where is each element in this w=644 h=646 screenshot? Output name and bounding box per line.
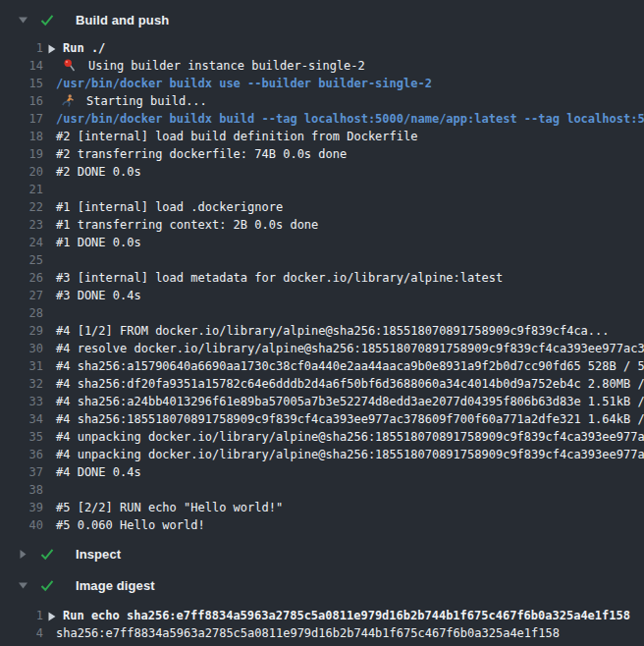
success-check-icon <box>40 548 54 561</box>
runner-icon <box>62 94 75 110</box>
line-number[interactable]: 30 <box>0 340 56 357</box>
line-number[interactable]: 27 <box>0 287 56 304</box>
line-number[interactable]: 29 <box>0 322 56 340</box>
log-text: #3 [internal] load metadata for docker.i… <box>56 269 503 287</box>
log-line: 37#4 DONE 0.4s <box>0 463 644 481</box>
line-number[interactable]: 15 <box>0 75 56 92</box>
line-number[interactable]: 28 <box>0 304 56 322</box>
log-text: #2 DONE 0.0s <box>56 163 141 181</box>
log-line: 35#4 unpacking docker.io/library/alpine@… <box>0 428 644 446</box>
log-line: 30#4 resolve docker.io/library/alpine@sh… <box>0 340 644 357</box>
line-number[interactable]: 18 <box>0 128 56 145</box>
line-number[interactable]: 35 <box>0 428 56 446</box>
log-text: Run ./ <box>56 39 105 57</box>
section-title: Build and push <box>76 13 169 27</box>
section-title: Inspect <box>76 547 121 562</box>
log-line: 1Run echo sha256:e7ff8834a5963a2785c5a08… <box>0 607 644 624</box>
log-line: 15/usr/bin/docker buildx use --builder b… <box>0 75 644 92</box>
line-number[interactable]: 24 <box>0 234 56 251</box>
line-number[interactable]: 31 <box>0 357 56 375</box>
log-text: /usr/bin/docker buildx build --tag local… <box>56 110 644 128</box>
log-text: #4 sha256:df20fa9351a15782c64e6dddb2d4a6… <box>56 375 644 393</box>
line-number[interactable]: 14 <box>0 57 56 75</box>
play-icon[interactable] <box>48 609 56 624</box>
line-number[interactable]: 36 <box>0 446 56 463</box>
log-text: #4 sha256:a15790640a6690aa1730c38cf0a440… <box>56 357 644 375</box>
line-number[interactable]: 21 <box>0 181 56 198</box>
log-text: /usr/bin/docker buildx use --builder bui… <box>56 75 432 92</box>
log-line: 29#4 [1/2] FROM docker.io/library/alpine… <box>0 322 644 340</box>
log-text: #4 DONE 0.4s <box>56 463 141 481</box>
log-line: 31#4 sha256:a15790640a6690aa1730c38cf0a4… <box>0 357 644 375</box>
success-check-icon <box>40 579 54 592</box>
log-line: 33#4 sha256:a24bb4013296f61e89ba57005a7b… <box>0 393 644 410</box>
log-line: 27#3 DONE 0.4s <box>0 287 644 304</box>
log-text: Run echo sha256:e7ff8834a5963a2785c5a081… <box>56 607 630 624</box>
log-line: 34#4 sha256:185518070891758909c9f839cf4c… <box>0 410 644 428</box>
log-text: #3 DONE 0.4s <box>56 287 141 304</box>
log-line: 39#5 [2/2] RUN echo "Hello world!" <box>0 499 644 516</box>
log-line: 19#2 transferring dockerfile: 74B 0.0s d… <box>0 145 644 163</box>
line-number[interactable]: 23 <box>0 216 56 234</box>
log-line: 32#4 sha256:df20fa9351a15782c64e6dddb2d4… <box>0 375 644 393</box>
log-text: #4 resolve docker.io/library/alpine@sha2… <box>56 340 644 357</box>
section-title: Image digest <box>76 578 155 593</box>
log-text: #5 [2/2] RUN echo "Hello world!" <box>56 499 283 516</box>
log-text: #2 [internal] load build definition from… <box>56 128 417 145</box>
log-text: Starting build... <box>56 92 207 110</box>
log-text: #1 transferring context: 2B 0.0s done <box>56 216 318 234</box>
pushpin-icon <box>64 59 76 75</box>
success-check-icon <box>40 14 54 27</box>
line-number[interactable]: 34 <box>0 410 56 428</box>
chevron-down-icon[interactable] <box>18 17 27 24</box>
log-line: 18#2 [internal] load build definition fr… <box>0 128 644 145</box>
log-line: 22#1 [internal] load .dockerignore <box>0 198 644 216</box>
log-line: 25 <box>0 251 644 269</box>
log-text: #5 0.060 Hello world! <box>56 516 205 534</box>
log-lines-build-and-push: 1Run ./14Using builder instance builder-… <box>0 29 644 544</box>
log-text: Using builder instance builder-single-2 <box>56 57 365 75</box>
log-text: #4 sha256:a24bb4013296f61e89ba57005a7b3e… <box>56 393 644 410</box>
line-number[interactable]: 22 <box>0 198 56 216</box>
log-line: 28 <box>0 304 644 322</box>
section-header-inspect[interactable]: Inspect <box>0 544 644 564</box>
log-text: #4 sha256:185518070891758909c9f839cf4ca3… <box>56 410 644 428</box>
section-header-build-and-push[interactable]: Build and push <box>0 10 644 29</box>
log-line: 4sha256:e7ff8834a5963a2785c5a0811e979d16… <box>0 624 644 642</box>
line-number[interactable]: 39 <box>0 499 56 516</box>
chevron-right-icon[interactable] <box>18 550 27 559</box>
log-line: 38 <box>0 481 644 499</box>
log-text: #4 unpacking docker.io/library/alpine@sh… <box>56 428 644 446</box>
play-icon[interactable] <box>48 41 56 57</box>
line-number[interactable]: 38 <box>0 481 56 499</box>
log-text: #4 [1/2] FROM docker.io/library/alpine@s… <box>56 322 610 340</box>
log-line: 14Using builder instance builder-single-… <box>0 57 644 75</box>
line-number[interactable]: 4 <box>0 624 56 642</box>
log-line: 1Run ./ <box>0 39 644 57</box>
section-header-image-digest[interactable]: Image digest <box>0 575 644 595</box>
log-line: 20#2 DONE 0.0s <box>0 163 644 181</box>
log-line: 17/usr/bin/docker buildx build --tag loc… <box>0 110 644 128</box>
log-line: 26#3 [internal] load metadata for docker… <box>0 269 644 287</box>
log-line: 21 <box>0 181 644 198</box>
line-number[interactable]: 26 <box>0 269 56 287</box>
line-number[interactable]: 17 <box>0 110 56 128</box>
workflow-log-viewer: Build and push 1Run ./14Using builder in… <box>0 0 644 646</box>
log-line: 36#4 unpacking docker.io/library/alpine@… <box>0 446 644 463</box>
line-number[interactable]: 37 <box>0 463 56 481</box>
log-lines-image-digest: 1Run echo sha256:e7ff8834a5963a2785c5a08… <box>0 595 644 646</box>
line-number[interactable]: 25 <box>0 251 56 269</box>
line-number[interactable]: 20 <box>0 163 56 181</box>
log-text: #4 unpacking docker.io/library/alpine@sh… <box>56 446 644 463</box>
log-text: #1 DONE 0.0s <box>56 234 141 251</box>
line-number[interactable]: 16 <box>0 92 56 110</box>
line-number[interactable]: 19 <box>0 145 56 163</box>
line-number[interactable]: 33 <box>0 393 56 410</box>
log-line: 16Starting build... <box>0 92 644 110</box>
log-text: #2 transferring dockerfile: 74B 0.0s don… <box>56 145 347 163</box>
chevron-down-icon[interactable] <box>18 582 27 589</box>
log-line: 23#1 transferring context: 2B 0.0s done <box>0 216 644 234</box>
line-number[interactable]: 32 <box>0 375 56 393</box>
line-number[interactable]: 40 <box>0 516 56 534</box>
log-line: 40#5 0.060 Hello world! <box>0 516 644 534</box>
